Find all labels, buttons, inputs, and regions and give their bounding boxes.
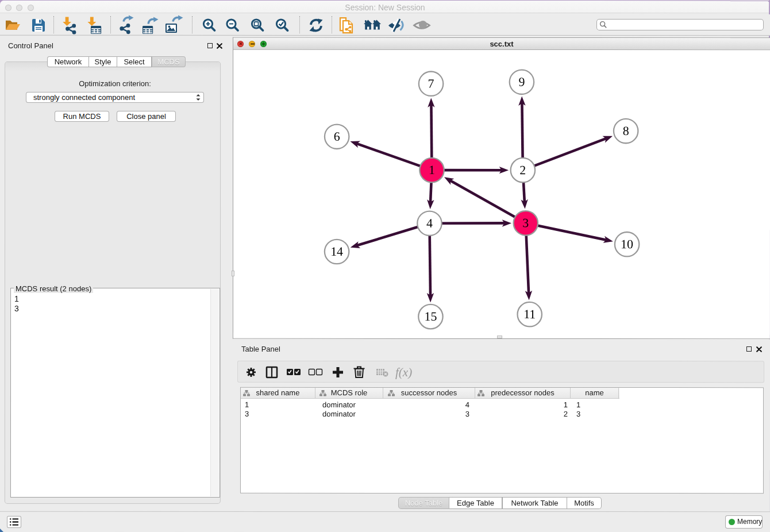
svg-text:15: 15 [424,309,437,323]
svg-text:11: 11 [523,307,536,321]
svg-text:1: 1 [429,163,435,177]
svg-text:7: 7 [428,76,434,91]
svg-text:3: 3 [522,215,529,230]
svg-text:8: 8 [623,124,629,138]
svg-text:2: 2 [519,163,526,177]
svg-text:f(x): f(x) [395,365,412,379]
svg-text:4: 4 [426,216,433,230]
svg-text:9: 9 [518,75,525,89]
svg-text:10: 10 [621,237,633,251]
svg-text:14: 14 [330,244,343,259]
svg-text:6: 6 [334,129,340,144]
